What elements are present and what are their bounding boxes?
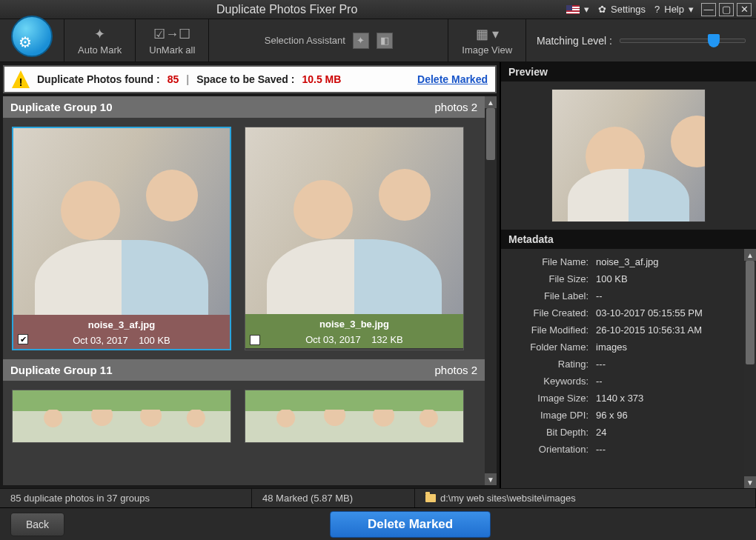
- metadata-scrollbar[interactable]: ▲ ▼: [744, 249, 756, 488]
- scroll-down-icon[interactable]: ▼: [744, 476, 756, 488]
- scroll-up-icon[interactable]: ▲: [485, 96, 497, 108]
- matching-level-slider[interactable]: [620, 39, 746, 43]
- metadata-key: Rating:: [507, 359, 596, 370]
- metadata-row: Keywords:--: [507, 373, 738, 390]
- photo-checkbox[interactable]: [250, 335, 260, 345]
- auto-mark-button[interactable]: ✦ Auto Mark: [64, 19, 135, 61]
- status-bar: 85 duplicate photos in 37 groups 48 Mark…: [0, 488, 756, 507]
- matching-level-label: Matching Level :: [537, 35, 612, 47]
- group-header: Duplicate Group 10 photos 2: [3, 96, 485, 118]
- photo-thumbnail[interactable]: [13, 390, 231, 442]
- settings-label: Settings: [611, 4, 646, 15]
- metadata-value: 03-10-2017 05:15:55 PM: [596, 307, 703, 319]
- back-button[interactable]: Back: [10, 513, 64, 536]
- metadata-row: Image DPI:96 x 96: [507, 407, 738, 424]
- bottom-bar: Back Delete Marked: [0, 507, 756, 540]
- metadata-key: Image Size:: [507, 393, 596, 404]
- scrollbar-thumb[interactable]: [746, 261, 755, 364]
- photo-date: Oct 03, 2017: [73, 335, 127, 346]
- metadata-row: Bit Depth:24: [507, 424, 738, 441]
- metadata-key: Keywords:: [507, 376, 596, 387]
- scroll-up-icon[interactable]: ▲: [744, 249, 756, 261]
- metadata-value: noise_3_af.jpg: [596, 256, 659, 267]
- chevron-down-icon: ▾: [689, 4, 694, 15]
- gear-icon: ✿: [598, 4, 606, 15]
- photo-caption: noise_3_be.jpg Oct 03, 2017 132 KB: [245, 314, 463, 348]
- group-header: Duplicate Group 11 photos 2: [3, 359, 485, 381]
- app-logo: [0, 19, 64, 61]
- photo-filename: noise_3_be.jpg: [248, 319, 460, 330]
- photo-checkbox[interactable]: ✔: [18, 334, 28, 344]
- image-view-button[interactable]: ▦ ▾ Image View: [448, 19, 525, 61]
- photo-size: 100 KB: [139, 335, 170, 346]
- app-title: Duplicate Photos Fixer Pro: [216, 3, 357, 16]
- scrollbar-thumb[interactable]: [486, 108, 495, 160]
- space-value: 10.5 MB: [302, 73, 341, 85]
- metadata-header: Metadata: [501, 230, 756, 249]
- warning-icon: !: [12, 70, 30, 88]
- metadata-value: --: [596, 290, 603, 301]
- metadata-value: 24: [596, 427, 606, 438]
- metadata-key: File Name:: [507, 256, 596, 267]
- unmark-all-button[interactable]: ☑→☐ UnMark all: [135, 19, 208, 61]
- group-count: photos 2: [434, 101, 477, 113]
- delete-marked-link[interactable]: Delete Marked: [417, 73, 488, 85]
- metadata-key: File Created:: [507, 307, 596, 319]
- unmark-all-label: UnMark all: [149, 44, 195, 56]
- eraser-icon: ◧: [377, 33, 393, 49]
- help-icon: ?: [654, 4, 660, 15]
- maximize-button[interactable]: ▢: [719, 3, 734, 16]
- flag-us-icon: [566, 5, 580, 14]
- slider-thumb[interactable]: [708, 34, 720, 47]
- language-selector[interactable]: ▾: [562, 4, 594, 15]
- metadata-key: File Label:: [507, 290, 596, 301]
- metadata-value: ---: [596, 444, 606, 455]
- summary-strip: ! Duplicate Photos found : 85 | Space to…: [3, 65, 497, 93]
- chevron-down-icon: ▾: [584, 4, 589, 15]
- group-title: Duplicate Group 10: [10, 101, 113, 113]
- photo-size: 132 KB: [371, 334, 403, 345]
- minimize-button[interactable]: —: [701, 3, 716, 16]
- metadata-key: File Size:: [507, 273, 596, 284]
- photo-filename: noise_3_af.jpg: [16, 319, 227, 330]
- metadata-row: File Size:100 KB: [507, 270, 738, 287]
- metadata-value: --: [596, 376, 603, 387]
- close-button[interactable]: ✕: [737, 3, 752, 16]
- title-bar: Duplicate Photos Fixer Pro ▾ ✿ Settings …: [0, 0, 756, 19]
- metadata-panel: File Name:noise_3_af.jpgFile Size:100 KB…: [501, 249, 756, 488]
- space-label: Space to be Saved :: [196, 73, 294, 85]
- found-value: 85: [168, 73, 179, 85]
- metadata-value: 100 KB: [596, 273, 628, 284]
- help-link[interactable]: ? Help ▾: [650, 4, 698, 15]
- metadata-key: Orientation:: [507, 444, 596, 455]
- matching-level-control: Matching Level :: [525, 19, 756, 61]
- photo-card[interactable]: noise_3_be.jpg Oct 03, 2017 132 KB: [245, 127, 464, 350]
- metadata-row: Orientation:---: [507, 441, 738, 458]
- groups-panel: Duplicate Group 10 photos 2 noise_3_af.j…: [3, 96, 497, 485]
- selection-assistant-label: Selection Assistant: [265, 35, 345, 46]
- delete-marked-button[interactable]: Delete Marked: [330, 511, 491, 538]
- metadata-row: File Modified:26-10-2015 10:56:31 AM: [507, 321, 738, 339]
- photo-thumbnail[interactable]: [13, 128, 230, 315]
- status-summary: 85 duplicate photos in 37 groups: [10, 493, 150, 504]
- photo-thumbnail[interactable]: [245, 127, 463, 314]
- metadata-row: Image Size:1140 x 373: [507, 390, 738, 407]
- settings-link[interactable]: ✿ Settings: [594, 4, 650, 15]
- photo-thumbnail[interactable]: [245, 390, 463, 442]
- photo-card[interactable]: noise_3_af.jpg Oct 03, 2017 100 KB ✔: [12, 127, 231, 350]
- uncheck-icon: ☑→☐: [153, 25, 190, 43]
- group-count: photos 2: [434, 364, 477, 376]
- photo-caption: noise_3_af.jpg Oct 03, 2017 100 KB ✔: [13, 315, 230, 349]
- selection-assistant-button[interactable]: Selection Assistant ✦ ◧: [208, 19, 448, 61]
- magic-select-icon: ✦: [353, 33, 369, 49]
- folder-icon: [425, 494, 436, 502]
- grid-icon: ▦ ▾: [476, 25, 499, 43]
- photo-card[interactable]: [12, 390, 231, 443]
- groups-scrollbar[interactable]: ▲ ▼: [485, 96, 497, 485]
- wand-icon: ✦: [94, 25, 105, 43]
- scroll-down-icon[interactable]: ▼: [485, 473, 497, 485]
- photo-card[interactable]: [245, 390, 464, 443]
- preview-header: Preview: [501, 62, 756, 81]
- metadata-row: File Created:03-10-2017 05:15:55 PM: [507, 304, 738, 321]
- toolbar: ✦ Auto Mark ☑→☐ UnMark all Selection Ass…: [0, 19, 756, 62]
